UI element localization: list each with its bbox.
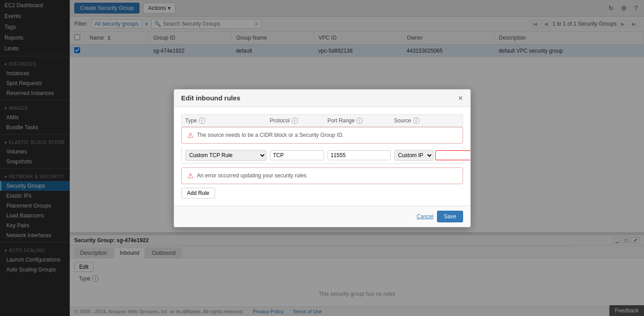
error-text: An error occurred updating your security…	[197, 172, 306, 179]
cidr-warning-text: The source needs to be a CIDR block or a…	[197, 132, 344, 138]
error-alert: ⚠ An error occurred updating your securi…	[181, 167, 463, 184]
modal-close-button[interactable]: ×	[458, 94, 463, 102]
col-type-label: Type i	[185, 117, 266, 124]
modal-overlay: Edit inbound rules × Type i Protocol i P…	[0, 0, 644, 316]
add-rule-button[interactable]: Add Rule	[181, 188, 215, 199]
cancel-button[interactable]: Cancel	[417, 213, 433, 220]
col-remove-label	[446, 117, 459, 124]
rule-type-select[interactable]: Custom TCP Rule SSH HTTP HTTPS All TCP A…	[185, 150, 266, 161]
col-port-range-label: Port Range i	[328, 117, 391, 124]
modal-header: Edit inbound rules ×	[174, 90, 470, 107]
modal-title: Edit inbound rules	[181, 94, 241, 102]
col-protocol-label: Protocol i	[270, 117, 324, 124]
rule-port-range-input[interactable]	[328, 150, 391, 160]
type-col-info-icon[interactable]: i	[199, 117, 205, 124]
cidr-warning-icon: ⚠	[187, 131, 194, 140]
edit-inbound-rules-modal: Edit inbound rules × Type i Protocol i P…	[174, 89, 471, 227]
rule-source-ip-input[interactable]	[435, 150, 470, 160]
port-range-col-info-icon[interactable]: i	[356, 117, 363, 124]
rule-source-type-select[interactable]: Custom IP Anywhere My IP	[394, 150, 433, 161]
protocol-col-info-icon[interactable]: i	[292, 117, 298, 124]
save-button[interactable]: Save	[437, 211, 463, 222]
rules-header: Type i Protocol i Port Range i Source i	[181, 114, 463, 127]
cidr-warning-alert: ⚠ The source needs to be a CIDR block or…	[181, 127, 463, 144]
modal-body: Type i Protocol i Port Range i Source i	[174, 107, 470, 206]
rule-row: Custom TCP Rule SSH HTTP HTTPS All TCP A…	[181, 147, 463, 164]
error-icon: ⚠	[187, 172, 194, 180]
rule-protocol-input[interactable]	[270, 150, 324, 160]
modal-footer: Cancel Save	[174, 206, 470, 227]
col-source-label: Source i	[394, 117, 442, 124]
source-col-info-icon[interactable]: i	[413, 117, 419, 124]
rule-source-group: Custom IP Anywhere My IP	[394, 150, 470, 161]
